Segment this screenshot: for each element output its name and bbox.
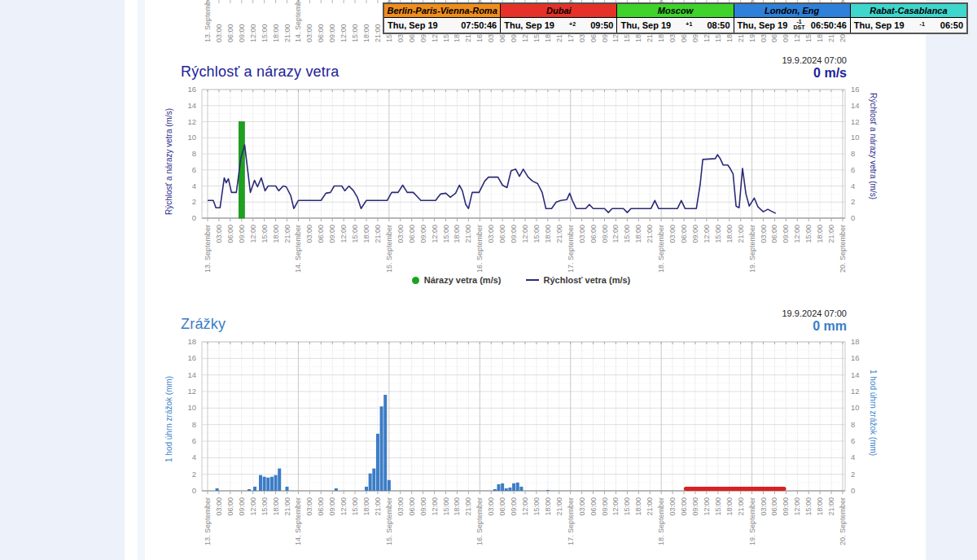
svg-text:4: 4 bbox=[851, 182, 855, 190]
svg-text:18: 18 bbox=[851, 337, 860, 346]
svg-text:15:00: 15:00 bbox=[532, 497, 541, 516]
svg-text:20. September: 20. September bbox=[839, 225, 847, 273]
svg-text:06:00: 06:00 bbox=[498, 497, 506, 516]
clock-date: Thu, Sep 19 bbox=[854, 20, 905, 30]
svg-text:09:00: 09:00 bbox=[419, 225, 427, 243]
svg-text:21:00: 21:00 bbox=[374, 497, 382, 516]
world-clock: Berlin-Paris-Vienna-Roma Thu, Sep 19 07:… bbox=[383, 2, 968, 34]
svg-text:09:00: 09:00 bbox=[601, 225, 609, 243]
svg-text:14: 14 bbox=[851, 370, 860, 379]
svg-text:03:00: 03:00 bbox=[305, 24, 313, 42]
svg-text:09:00: 09:00 bbox=[238, 497, 246, 516]
clock-date: Thu, Sep 19 bbox=[738, 20, 788, 30]
svg-text:12: 12 bbox=[851, 387, 860, 396]
svg-text:06:00: 06:00 bbox=[226, 225, 234, 243]
svg-text:14. September: 14. September bbox=[294, 0, 302, 42]
wind-chart-plot[interactable]: 0022446688101012121414161613. September0… bbox=[155, 50, 887, 295]
svg-text:18:00: 18:00 bbox=[634, 225, 642, 243]
svg-text:03:00: 03:00 bbox=[668, 225, 677, 243]
svg-text:15:00: 15:00 bbox=[261, 497, 269, 516]
clock-time: 06:50:46 bbox=[811, 20, 847, 30]
svg-text:06:00: 06:00 bbox=[408, 497, 416, 516]
svg-text:06:00: 06:00 bbox=[226, 24, 234, 42]
svg-text:15:00: 15:00 bbox=[714, 497, 722, 516]
svg-text:18:00: 18:00 bbox=[272, 497, 280, 516]
svg-text:16: 16 bbox=[187, 353, 196, 362]
svg-text:12:00: 12:00 bbox=[611, 497, 620, 516]
svg-text:06:00: 06:00 bbox=[770, 225, 778, 243]
clock-utc-offset: +2 bbox=[569, 23, 576, 28]
svg-text:09:00: 09:00 bbox=[328, 497, 336, 516]
clock-column-rabat: Rabat-Casablanca Thu, Sep 19 -1 06:50 bbox=[850, 4, 966, 33]
svg-text:06:00: 06:00 bbox=[498, 225, 506, 243]
clock-city-label: Rabat-Casablanca bbox=[851, 4, 966, 18]
svg-text:21:00: 21:00 bbox=[737, 497, 745, 516]
svg-text:21:00: 21:00 bbox=[283, 24, 291, 42]
svg-text:15:00: 15:00 bbox=[442, 225, 450, 243]
svg-text:12:00: 12:00 bbox=[249, 497, 257, 516]
svg-text:12:00: 12:00 bbox=[431, 225, 439, 243]
svg-text:8: 8 bbox=[851, 149, 855, 158]
clock-time: 06:50 bbox=[940, 20, 963, 30]
svg-text:18:00: 18:00 bbox=[362, 225, 370, 243]
svg-text:10: 10 bbox=[851, 403, 860, 412]
clock-column-london: London, Eng Thu, Sep 19 -1 DST 06:50:46 bbox=[734, 4, 850, 33]
svg-text:09:00: 09:00 bbox=[238, 24, 246, 42]
svg-text:4: 4 bbox=[851, 453, 855, 462]
svg-text:21:00: 21:00 bbox=[646, 225, 654, 243]
svg-text:12:00: 12:00 bbox=[611, 225, 620, 243]
svg-text:18:00: 18:00 bbox=[816, 497, 824, 516]
svg-text:18:00: 18:00 bbox=[453, 225, 461, 243]
svg-text:6: 6 bbox=[192, 165, 196, 174]
svg-text:15:00: 15:00 bbox=[532, 225, 541, 243]
svg-text:16. September: 16. September bbox=[475, 225, 484, 273]
svg-text:18:00: 18:00 bbox=[272, 225, 280, 243]
svg-text:8: 8 bbox=[192, 420, 196, 429]
svg-text:17. September: 17. September bbox=[567, 497, 575, 545]
svg-text:21:00: 21:00 bbox=[646, 497, 654, 516]
svg-text:12:00: 12:00 bbox=[249, 225, 257, 243]
svg-text:03:00: 03:00 bbox=[578, 225, 586, 243]
svg-text:4: 4 bbox=[192, 182, 196, 190]
clock-city-label: Moscow bbox=[617, 4, 733, 18]
svg-text:21:00: 21:00 bbox=[827, 497, 835, 516]
svg-text:06:00: 06:00 bbox=[226, 497, 234, 516]
svg-text:03:00: 03:00 bbox=[215, 24, 223, 42]
svg-text:15:00: 15:00 bbox=[623, 497, 631, 516]
svg-text:06:00: 06:00 bbox=[408, 225, 416, 243]
svg-text:18:00: 18:00 bbox=[725, 225, 734, 243]
clock-city-label: London, Eng bbox=[734, 4, 850, 18]
svg-text:6: 6 bbox=[192, 436, 196, 445]
svg-text:09:00: 09:00 bbox=[510, 225, 518, 243]
svg-text:09:00: 09:00 bbox=[782, 497, 790, 516]
svg-text:18:00: 18:00 bbox=[272, 24, 280, 42]
svg-text:15:00: 15:00 bbox=[261, 24, 269, 42]
svg-text:15:00: 15:00 bbox=[351, 497, 359, 516]
clock-utc-offset: -1 DST bbox=[794, 20, 805, 30]
svg-text:09:00: 09:00 bbox=[691, 225, 699, 243]
svg-text:15:00: 15:00 bbox=[804, 225, 813, 243]
svg-text:6: 6 bbox=[851, 436, 855, 445]
svg-text:2: 2 bbox=[851, 470, 855, 479]
svg-text:16: 16 bbox=[851, 353, 860, 362]
precip-chart-plot[interactable]: 00224466881010121214141616181813. Septem… bbox=[155, 303, 887, 560]
svg-text:17. September: 17. September bbox=[567, 225, 575, 273]
svg-text:19. September: 19. September bbox=[748, 497, 756, 545]
svg-text:2: 2 bbox=[192, 470, 196, 479]
svg-text:8: 8 bbox=[192, 149, 196, 158]
svg-text:10: 10 bbox=[187, 403, 196, 412]
svg-text:2: 2 bbox=[192, 197, 196, 206]
clock-utc-offset: +1 bbox=[686, 23, 692, 28]
svg-text:12:00: 12:00 bbox=[703, 225, 711, 243]
svg-text:06:00: 06:00 bbox=[589, 225, 598, 243]
svg-text:03:00: 03:00 bbox=[305, 497, 313, 516]
svg-text:13. September: 13. September bbox=[204, 0, 212, 42]
svg-text:15:00: 15:00 bbox=[351, 225, 359, 243]
svg-text:14: 14 bbox=[187, 101, 196, 110]
clock-time: 09:50 bbox=[590, 20, 613, 30]
svg-text:03:00: 03:00 bbox=[760, 497, 768, 516]
svg-text:18. September: 18. September bbox=[657, 497, 665, 545]
clock-date: Thu, Sep 19 bbox=[620, 20, 671, 30]
speed-line-icon bbox=[526, 279, 539, 281]
svg-text:12:00: 12:00 bbox=[340, 24, 348, 42]
